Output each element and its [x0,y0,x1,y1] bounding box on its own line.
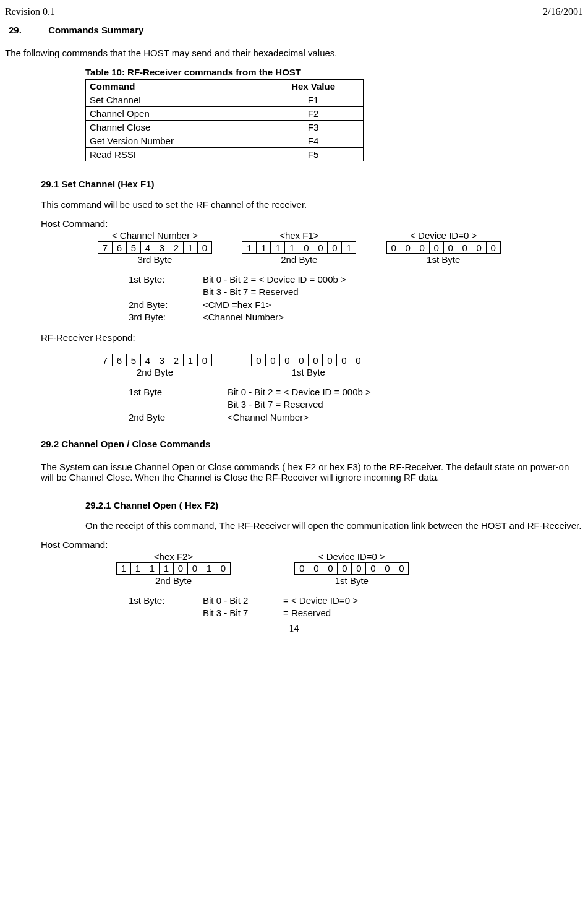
bit-cell: 0 [338,562,352,574]
rf-respond-label: RF-Receiver Respond: [41,332,583,343]
desc-value: <Channel Number> [203,311,284,324]
bit-cell: 0 [313,242,328,254]
desc-value: Bit 3 - Bit 7 = Reserved [228,398,323,411]
bit-cell: 2 [169,354,184,366]
bit-cell: 6 [113,242,127,254]
desc-value: = < Device ID=0 > [283,594,358,607]
resp-byte1-bits: 00000000 [251,354,365,366]
hex-cell: F5 [263,148,364,161]
desc-label: 3rd Byte: [129,311,203,324]
desc-value: Bit 0 - Bit 2 [203,594,283,607]
page-number: 14 [5,623,583,634]
bit-cell: 5 [127,242,141,254]
bit-cell: 1 [285,242,299,254]
hex-cell: F2 [263,107,364,121]
desc-label: 1st Byte [129,386,228,398]
hc2-byte2-group: <hex F2> 11110010 2nd Byte [116,551,231,586]
subsection-291-desc: This command will be used to set the RF … [41,199,583,210]
bit-cell: 0 [252,354,266,366]
subsection-292-title: 29.2 Channel Open / Close Commands [41,439,583,449]
date-text: 2/16/2001 [543,6,583,17]
revision-text: Revision 0.1 [5,6,55,17]
bit-cell: 4 [141,242,155,254]
desc-label: 1st Byte: [129,594,203,607]
bit-cell: 1 [271,242,285,254]
table-row: Read RSSIF5 [86,148,364,161]
hex-cell: F1 [263,93,364,107]
bit-cell: 0 [380,562,394,574]
table-caption: Table 10: RF-Receiver commands from the … [85,67,583,78]
hex-cell: F4 [263,134,364,148]
byte3-label-below: 3rd Byte [98,254,212,265]
resp-byte-description: 1st ByteBit 0 - Bit 2 = < Device ID = 00… [129,386,583,424]
bit-cell: 0 [295,562,309,574]
host-command-label-2: Host Command: [41,539,583,550]
desc-value: <Channel Number> [228,411,309,424]
section-title: 29. Commands Summary [9,25,583,35]
bit-cell: 0 [328,242,342,254]
table-caption-prefix: Table 10 [85,67,122,77]
hex-cell: F3 [263,121,364,134]
bit-cell: 1 [342,242,356,254]
bit-cell: 0 [188,562,202,574]
desc-value: = Reserved [283,607,331,619]
bit-cell: 0 [351,354,365,366]
bit-cell: 7 [98,354,113,366]
desc-value: <CMD =hex F1> [203,299,271,311]
hc2-byte1-below: 1st Byte [294,575,409,586]
col-command: Command [86,80,263,93]
bit-cell: 0 [366,562,380,574]
resp-byte2-bits: 76543210 [98,354,212,366]
section-number: 29. [9,25,46,35]
byte3-group: < Channel Number > 76543210 3rd Byte [98,230,212,265]
hc2-byte-description: 1st Byte:Bit 0 - Bit 2= < Device ID=0 > … [129,594,583,620]
byte2-group: <hex F1> 11110001 2nd Byte [242,230,356,265]
byte-description: 1st Byte:Bit 0 - Bit 2 = < Device ID = 0… [129,273,583,324]
cmd-cell: Channel Close [86,121,263,134]
bit-cell: 3 [155,242,169,254]
cmd-cell: Read RSSI [86,148,263,161]
desc-label: 1st Byte: [129,273,203,286]
byte1-label-above: < Device ID=0 > [386,230,501,241]
bit-cell: 1 [145,562,160,574]
hc2-byte1-above: < Device ID=0 > [294,551,409,562]
respond-bytes: 76543210 2nd Byte 00000000 1st Byte [98,354,583,377]
bit-cell: 1 [184,242,198,254]
bit-cell: 0 [337,354,351,366]
host-command-label: Host Command: [41,218,583,229]
byte2-bits: 11110001 [242,241,356,254]
bit-cell: 3 [155,354,169,366]
bit-cell: 1 [117,562,131,574]
hc2-byte2-bits: 11110010 [116,562,231,575]
bit-cell: 0 [299,242,313,254]
bit-cell: 0 [401,242,415,254]
hc2-byte2-above: <hex F2> [116,551,231,562]
desc-value: Bit 0 - Bit 2 = < Device ID = 000b > [228,386,371,398]
table-row: Set ChannelF1 [86,93,364,107]
bit-cell: 6 [113,354,127,366]
bit-cell: 0 [323,354,337,366]
cmd-cell: Channel Open [86,107,263,121]
table-row: Get Version NumberF4 [86,134,364,148]
bit-cell: 1 [202,562,216,574]
bit-cell: 0 [394,562,409,574]
subsubsection-2921-title: 29.2.1 Channel Open ( Hex F2) [85,500,583,510]
bit-cell: 0 [174,562,188,574]
byte3-bits: 76543210 [98,241,212,254]
page-header: Revision 0.1 2/16/2001 [5,6,583,17]
resp-byte2-below: 2nd Byte [98,367,212,377]
bit-cell: 0 [429,242,443,254]
bit-cell: 0 [280,354,294,366]
bit-cell: 0 [415,242,429,254]
hc2-byte2-below: 2nd Byte [116,575,231,586]
table-row: Channel OpenF2 [86,107,364,121]
table-row: Channel CloseF3 [86,121,364,134]
subsection-292-para: The System can issue Channel Open or Clo… [41,461,583,483]
bit-cell: 0 [309,562,323,574]
bit-cell: 7 [98,242,113,254]
resp-byte1-below: 1st Byte [251,367,365,377]
bit-cell: 0 [294,354,309,366]
bit-cell: 5 [127,354,141,366]
subsection-291-title: 29.1 Set Channel (Hex F1) [41,179,583,189]
subsubsection-2921-para: On the receipt of this command, The RF-R… [85,520,583,531]
